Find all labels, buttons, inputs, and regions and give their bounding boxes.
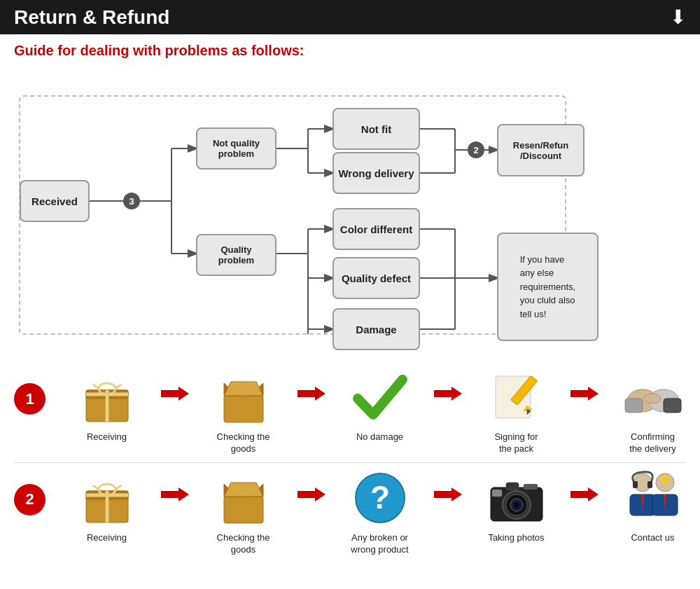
step-number-1: 1 [14,383,46,415]
svg-line-58 [93,485,99,490]
broken-icon: ? [345,466,415,529]
svg-point-21 [468,141,484,158]
contact-icon [618,466,688,529]
svg-marker-64 [224,483,263,497]
step-label-photos: Taking photos [488,532,544,544]
step-items-2: Receiving Checking thegoods [52,466,700,556]
step-items-1: Receiving [52,366,700,455]
svg-marker-42 [434,387,462,401]
step-item-broken: ? Any broken orwrong product [326,466,434,556]
checking-icon-1 [209,366,279,429]
checking-icon-2 [209,466,279,529]
step-label-contact: Contact us [631,532,674,544]
requirements-box: If you have any else requirements, you c… [497,233,598,341]
step-item-signing: Signing forthe pack [462,366,570,455]
damage-box: Damage [332,308,420,350]
not-fit-box: Not fit [332,108,420,150]
svg-rect-61 [224,497,263,523]
receiving-icon-1 [72,366,142,429]
step-item-receiving-1: Receiving [52,366,161,443]
flowchart-container: 3 [7,64,693,352]
resen-refund-box: Resen/Refun /Discount [497,124,584,176]
signing-icon [482,366,552,429]
subtitle: Guide for dealing with problems as follo… [0,34,700,64]
no-damage-icon [345,366,415,429]
camera-icon [482,466,552,529]
arrow-1b [298,383,326,404]
receiving-icon-2 [72,466,142,529]
color-different-box: Color different [332,208,420,250]
svg-marker-60 [161,487,189,501]
step-item-photos: Taking photos [462,466,570,544]
not-quality-box: Not quality problem [196,127,276,169]
confirming-icon [618,366,688,429]
svg-point-2 [123,193,140,209]
svg-rect-50 [625,399,643,413]
wrong-delivery-box: Wrong delivery [332,152,420,194]
svg-rect-74 [506,483,519,490]
divider [14,462,686,463]
svg-marker-65 [298,487,326,501]
svg-point-73 [514,502,519,508]
page-title: Return & Refund [14,6,169,29]
arrow-2b [298,484,326,505]
svg-rect-51 [664,399,681,413]
svg-marker-36 [161,387,189,401]
step-item-contact: Contact us [598,466,700,544]
svg-line-35 [115,384,121,389]
step-item-confirming: Confirmingthe delivery [598,366,700,455]
step-number-2: 2 [14,484,46,515]
step-label-checking-1: Checking thegoods [217,431,270,455]
svg-point-52 [644,394,661,403]
svg-text:2: 2 [473,145,478,155]
svg-text:3: 3 [129,196,134,207]
svg-line-34 [93,384,99,389]
arrow-2c [434,484,462,505]
bottom-section: 1 Receiving [0,359,700,556]
step-item-receiving-2: Receiving [52,466,161,544]
received-box: Received [20,180,90,222]
svg-rect-76 [492,490,502,497]
svg-marker-77 [570,487,598,501]
header: Return & Refund ⬇ [0,0,700,34]
svg-line-59 [115,485,121,490]
header-arrow-icon: ⬇ [670,6,686,29]
arrow-1a [161,383,189,404]
svg-marker-47 [570,387,598,401]
svg-rect-80 [633,481,638,488]
flowchart-section: 3 [0,64,700,359]
arrow-2d [570,484,598,505]
step-label-checking-2: Checking thegoods [217,532,270,556]
step-label-receiving-2: Receiving [87,532,127,544]
svg-rect-81 [648,481,652,488]
quality-problem-box: Quality problem [196,234,276,276]
quality-defect-box: Quality defect [332,257,420,299]
step-label-confirming: Confirmingthe delivery [629,431,676,455]
svg-marker-40 [224,382,263,396]
svg-marker-41 [298,387,326,401]
arrow-1d [570,383,598,404]
arrow-1c [434,383,462,404]
svg-rect-37 [224,396,263,422]
step-item-checking-1: Checking thegoods [189,366,298,455]
step-label-signing: Signing forthe pack [494,431,538,455]
svg-marker-68 [434,487,462,501]
process-row-1: 1 Receiving [14,366,686,455]
step-item-no-damage-1: No damage [326,366,434,443]
step-label-no-damage: No damage [356,431,403,443]
arrow-2a [161,484,189,505]
svg-rect-0 [20,96,566,334]
step-label-receiving-1: Receiving [87,431,127,443]
svg-text:?: ? [370,479,389,515]
process-row-2: 2 Receiving [14,466,686,556]
step-item-checking-2: Checking thegoods [189,466,298,556]
step-label-broken: Any broken orwrong product [351,532,408,556]
svg-rect-75 [524,484,538,490]
